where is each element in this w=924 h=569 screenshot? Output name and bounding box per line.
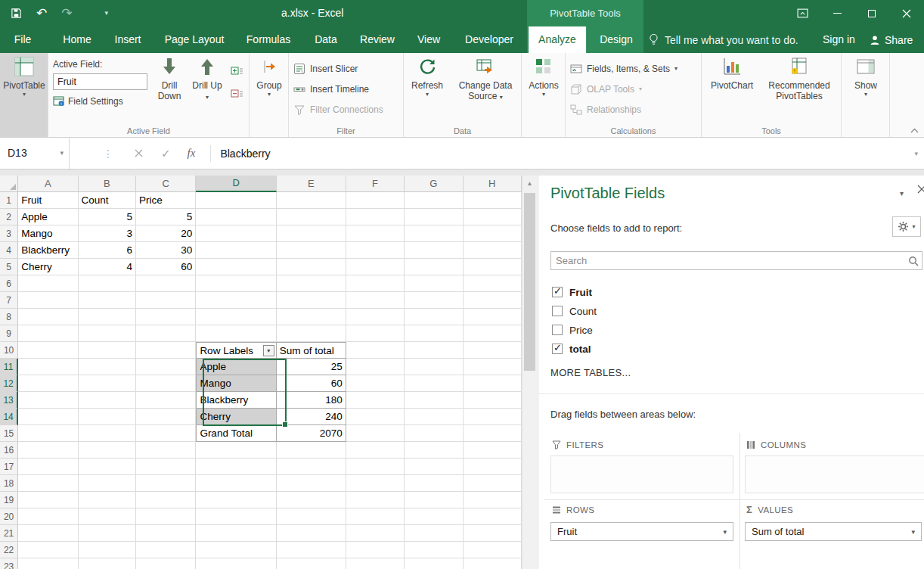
- cell-G16[interactable]: [405, 442, 463, 459]
- cell-A2[interactable]: Apple: [18, 209, 78, 225]
- cell-C7[interactable]: [136, 292, 196, 309]
- pane-options-icon[interactable]: ▾: [900, 189, 904, 197]
- cell-A4[interactable]: Blackberry: [18, 242, 78, 259]
- cell-D16[interactable]: [196, 442, 276, 459]
- cell-D18[interactable]: [196, 475, 276, 492]
- values-field-pill-sum-of-total[interactable]: Sum of total ▾: [745, 522, 922, 541]
- field-item-price[interactable]: Price: [552, 322, 593, 337]
- cell-C11[interactable]: [136, 359, 196, 375]
- cell-B12[interactable]: [79, 375, 136, 392]
- column-header-F[interactable]: F: [346, 176, 405, 192]
- minimize-button[interactable]: [820, 0, 854, 26]
- share-button[interactable]: Share: [870, 26, 913, 53]
- cell-G2[interactable]: [405, 209, 463, 225]
- cell-H4[interactable]: [464, 242, 522, 259]
- cell-G8[interactable]: [405, 309, 463, 325]
- refresh-button[interactable]: Refresh ▾: [405, 55, 449, 98]
- cell-E12[interactable]: 60: [277, 375, 346, 392]
- cell-G21[interactable]: [405, 525, 463, 542]
- row-header-14[interactable]: 14: [0, 409, 18, 425]
- row-labels-filter-icon[interactable]: ▾: [263, 345, 274, 356]
- row-header-1[interactable]: 1: [0, 192, 18, 209]
- cell-G22[interactable]: [405, 542, 463, 558]
- cell-E16[interactable]: [277, 442, 346, 459]
- cell-E13[interactable]: 180: [277, 392, 346, 409]
- drill-up-button[interactable]: Drill Up ▾: [191, 55, 224, 103]
- sign-in-button[interactable]: Sign in: [823, 26, 855, 53]
- cell-G9[interactable]: [405, 325, 463, 342]
- scrollbar-thumb[interactable]: [524, 193, 535, 371]
- cell-G23[interactable]: [405, 558, 463, 569]
- cell-E10[interactable]: Sum of total: [277, 342, 346, 359]
- expand-field-button[interactable]: [228, 62, 245, 79]
- cell-E15[interactable]: 2070: [277, 425, 346, 442]
- cell-B22[interactable]: [79, 542, 136, 558]
- cell-C12[interactable]: [136, 375, 196, 392]
- row-header-21[interactable]: 21: [0, 525, 18, 542]
- cell-B1[interactable]: Count: [79, 192, 136, 209]
- cell-C15[interactable]: [136, 425, 196, 442]
- cell-D23[interactable]: [196, 558, 276, 569]
- cell-H15[interactable]: [464, 425, 522, 442]
- row-header-18[interactable]: 18: [0, 475, 18, 492]
- recommended-pivottables-button[interactable]: Recommended PivotTables: [761, 55, 838, 101]
- cell-F4[interactable]: [346, 242, 405, 259]
- expand-formula-bar-icon[interactable]: ▾: [914, 150, 918, 157]
- cell-G5[interactable]: [405, 259, 463, 275]
- formula-bar-resize-handle[interactable]: ⋮: [103, 148, 113, 160]
- ribbon-tab-formulas[interactable]: Formulas: [237, 26, 300, 53]
- ribbon-tab-home[interactable]: Home: [53, 26, 101, 53]
- cell-F7[interactable]: [346, 292, 405, 309]
- cell-B6[interactable]: [79, 275, 136, 292]
- cell-D7[interactable]: [196, 292, 276, 309]
- filters-drop-zone[interactable]: [550, 456, 733, 493]
- cell-D22[interactable]: [196, 542, 276, 558]
- cell-B20[interactable]: [79, 508, 136, 525]
- cell-E8[interactable]: [277, 309, 346, 325]
- cell-B15[interactable]: [79, 425, 136, 442]
- cell-H5[interactable]: [464, 259, 522, 275]
- show-button[interactable]: Show ▾: [845, 55, 887, 98]
- cell-C14[interactable]: [136, 409, 196, 425]
- pill-dropdown-icon[interactable]: ▾: [911, 528, 915, 536]
- cell-H2[interactable]: [464, 209, 522, 225]
- cell-B2[interactable]: 5: [79, 209, 136, 225]
- formula-input[interactable]: Blackberry: [220, 148, 270, 160]
- row-header-12[interactable]: 12: [0, 375, 18, 392]
- cell-D5[interactable]: [196, 259, 276, 275]
- row-header-7[interactable]: 7: [0, 292, 18, 309]
- row-header-11[interactable]: 11: [0, 359, 18, 375]
- cell-C2[interactable]: 5: [136, 209, 196, 225]
- name-box[interactable]: D13 ▾: [0, 138, 70, 169]
- cell-D2[interactable]: [196, 209, 276, 225]
- save-button[interactable]: [11, 8, 22, 19]
- ribbon-tab-view[interactable]: View: [408, 26, 450, 53]
- more-tables-link[interactable]: MORE TABLES...: [550, 367, 631, 378]
- group-button[interactable]: Group ▾: [252, 55, 287, 98]
- cell-A18[interactable]: [18, 475, 78, 492]
- cell-A9[interactable]: [18, 325, 78, 342]
- cell-D19[interactable]: [196, 492, 276, 508]
- collapse-ribbon-button[interactable]: [910, 128, 919, 133]
- row-header-10[interactable]: 10: [0, 342, 18, 359]
- close-button[interactable]: [889, 0, 924, 26]
- cell-H22[interactable]: [464, 542, 522, 558]
- cell-H10[interactable]: [464, 342, 522, 359]
- cell-B7[interactable]: [79, 292, 136, 309]
- cell-C21[interactable]: [136, 525, 196, 542]
- pane-close-button[interactable]: [917, 185, 924, 194]
- cell-D9[interactable]: [196, 325, 276, 342]
- cell-B21[interactable]: [79, 525, 136, 542]
- cell-F19[interactable]: [346, 492, 405, 508]
- cancel-entry-button[interactable]: [135, 149, 143, 157]
- cell-B5[interactable]: 4: [79, 259, 136, 275]
- row-header-13[interactable]: 13: [0, 392, 18, 409]
- cell-A3[interactable]: Mango: [18, 225, 78, 242]
- ribbon-tab-design[interactable]: Design: [590, 26, 643, 53]
- cell-D1[interactable]: [196, 192, 276, 209]
- cell-A14[interactable]: [18, 409, 78, 425]
- price-checkbox[interactable]: [552, 325, 563, 335]
- actions-button[interactable]: Actions ▾: [523, 55, 564, 98]
- change-data-source-button[interactable]: Change Data Source ▾: [452, 55, 519, 103]
- cell-D6[interactable]: [196, 275, 276, 292]
